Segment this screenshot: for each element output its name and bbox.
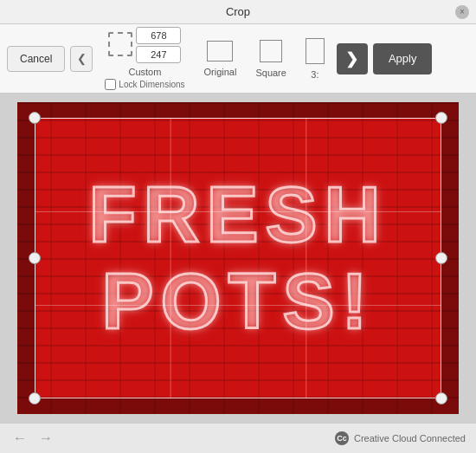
square-preset-icon	[260, 40, 282, 62]
crop-mask-bottom	[17, 398, 459, 414]
toolbar: Cancel ❮ Custom Lock Dimensions Original	[0, 24, 476, 94]
handle-bottom-right[interactable]	[435, 392, 447, 404]
square-label: Square	[255, 68, 286, 78]
three-preset-icon	[306, 38, 325, 64]
lock-dimensions-row[interactable]: Lock Dimensions	[105, 79, 184, 90]
original-preset-icon	[207, 41, 233, 61]
status-right: Cc Creative Cloud Connected	[335, 431, 466, 445]
custom-icon-area	[108, 32, 132, 58]
handle-top-left[interactable]	[29, 112, 41, 124]
crop-preset-original[interactable]: Original	[197, 37, 244, 81]
history-back-button[interactable]: ←	[10, 429, 29, 448]
custom-bottom: Custom Lock Dimensions	[105, 65, 184, 90]
custom-label: Custom	[128, 67, 161, 77]
original-label: Original	[204, 67, 237, 77]
height-input[interactable]	[136, 46, 181, 63]
status-bar: ← → Cc Creative Cloud Connected	[0, 423, 476, 453]
handle-middle-right[interactable]	[435, 252, 447, 264]
back-arrow-button[interactable]: ❮	[70, 46, 93, 72]
back-icon: ←	[13, 430, 27, 446]
cc-label: Creative Cloud Connected	[354, 433, 466, 443]
handle-top-right[interactable]	[435, 112, 447, 124]
dialog-title: Crop	[226, 5, 250, 18]
crop-preset-three[interactable]: 3:	[299, 35, 331, 83]
close-icon: ×	[460, 7, 465, 16]
handle-bottom-left[interactable]	[29, 392, 41, 404]
title-bar: Crop ×	[0, 0, 476, 24]
crop-image: FRESH POTS!	[17, 102, 459, 414]
width-input[interactable]	[136, 27, 181, 44]
next-arrow-button[interactable]: ❯	[337, 43, 368, 74]
three-label: 3:	[311, 69, 318, 80]
dimension-inputs	[136, 27, 181, 63]
crop-mask-top	[17, 102, 459, 118]
cancel-button[interactable]: Cancel	[7, 46, 65, 72]
custom-inputs-area	[108, 27, 181, 63]
handle-middle-left[interactable]	[29, 252, 41, 264]
chevron-right-icon: ❯	[345, 49, 358, 68]
history-forward-button[interactable]: →	[36, 429, 55, 448]
creative-cloud-icon: Cc	[335, 431, 349, 445]
lock-dimensions-checkbox[interactable]	[105, 79, 116, 90]
custom-crop-icon	[108, 32, 132, 56]
forward-icon: →	[39, 430, 53, 446]
chevron-left-icon: ❮	[77, 52, 87, 65]
crop-preset-square[interactable]: Square	[248, 36, 293, 81]
close-button[interactable]: ×	[455, 5, 469, 19]
crop-grid	[35, 118, 441, 398]
apply-button[interactable]: Apply	[373, 43, 433, 74]
main-image-area: FRESH POTS!	[0, 94, 476, 423]
crop-option-custom: Custom Lock Dimensions	[98, 23, 191, 94]
status-left: ← →	[10, 429, 55, 448]
lock-dimensions-label: Lock Dimensions	[119, 80, 184, 89]
